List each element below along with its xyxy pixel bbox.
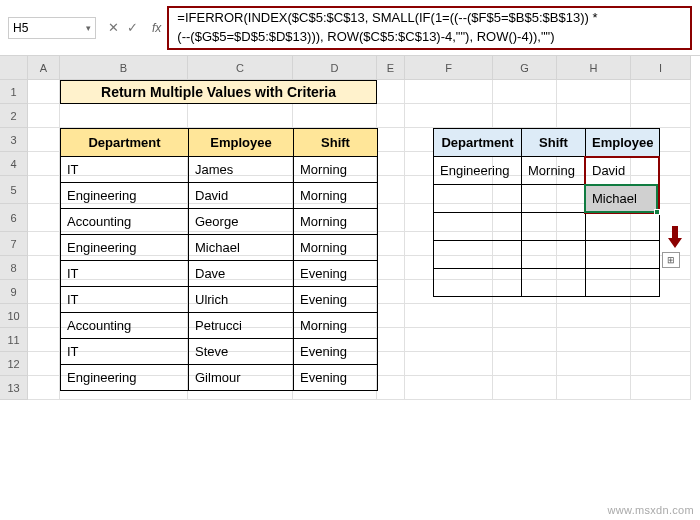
table2-cell[interactable]: Michael [586,185,660,213]
cell-A12[interactable] [28,352,60,376]
table1-cell[interactable]: Petrucci [189,313,294,339]
row-header-11[interactable]: 11 [0,328,28,352]
cell-F11[interactable] [405,328,493,352]
row-header-7[interactable]: 7 [0,232,28,256]
row-header-5[interactable]: 5 [0,176,28,204]
cell-E11[interactable] [377,328,405,352]
row-header-1[interactable]: 1 [0,80,28,104]
col-header-H[interactable]: H [557,56,631,80]
table1-cell[interactable]: Evening [294,339,378,365]
table2-cell[interactable]: David [586,157,660,185]
cell-G12[interactable] [493,352,557,376]
cell-E1[interactable] [377,80,405,104]
table1-cell[interactable]: George [189,209,294,235]
cell-A8[interactable] [28,256,60,280]
row-header-13[interactable]: 13 [0,376,28,400]
table1-cell[interactable]: Morning [294,313,378,339]
formula-bar[interactable]: =IFERROR(INDEX($C$5:$C$13, SMALL(IF(1=((… [167,6,692,50]
cell-I10[interactable] [631,304,691,328]
table1-cell[interactable]: Morning [294,209,378,235]
row-header-3[interactable]: 3 [0,128,28,152]
table1-cell[interactable]: Morning [294,235,378,261]
table1-cell[interactable]: Accounting [61,313,189,339]
col-header-I[interactable]: I [631,56,691,80]
table1-cell[interactable]: Dave [189,261,294,287]
cell-G2[interactable] [493,104,557,128]
table1-cell[interactable]: Ulrich [189,287,294,313]
table1-cell[interactable]: Engineering [61,183,189,209]
cell-A10[interactable] [28,304,60,328]
table2-cell[interactable]: Engineering [434,157,522,185]
cancel-icon[interactable]: ✕ [108,20,119,35]
cell-H10[interactable] [557,304,631,328]
row-header-6[interactable]: 6 [0,204,28,232]
cell-F13[interactable] [405,376,493,400]
cell-E5[interactable] [377,176,405,204]
col-header-A[interactable]: A [28,56,60,80]
table1-cell[interactable]: James [189,157,294,183]
cell-I11[interactable] [631,328,691,352]
cell-A5[interactable] [28,176,60,204]
table2-cell[interactable]: Morning [522,157,586,185]
cell-G10[interactable] [493,304,557,328]
table1-cell[interactable]: David [189,183,294,209]
cell-E6[interactable] [377,204,405,232]
table2-cell[interactable] [434,213,522,241]
table1-cell[interactable]: Accounting [61,209,189,235]
cell-A7[interactable] [28,232,60,256]
table1-cell[interactable]: Steve [189,339,294,365]
row-header-9[interactable]: 9 [0,280,28,304]
table1-cell[interactable]: Evening [294,261,378,287]
cell-G13[interactable] [493,376,557,400]
cell-H1[interactable] [557,80,631,104]
cell-I12[interactable] [631,352,691,376]
name-box[interactable]: H5 ▾ [8,17,96,39]
cell-A9[interactable] [28,280,60,304]
cell-G1[interactable] [493,80,557,104]
cell-I1[interactable] [631,80,691,104]
cell-H13[interactable] [557,376,631,400]
table1-cell[interactable]: Morning [294,183,378,209]
col-header-F[interactable]: F [405,56,493,80]
cell-H2[interactable] [557,104,631,128]
cell-A6[interactable] [28,204,60,232]
cell-F1[interactable] [405,80,493,104]
cell-F2[interactable] [405,104,493,128]
table1-cell[interactable]: IT [61,339,189,365]
cell-E9[interactable] [377,280,405,304]
autofill-options-button[interactable]: ⊞ [662,252,680,268]
table1-cell[interactable]: IT [61,261,189,287]
table2-cell[interactable] [434,241,522,269]
row-header-10[interactable]: 10 [0,304,28,328]
col-header-D[interactable]: D [293,56,377,80]
cell-A1[interactable] [28,80,60,104]
select-all-corner[interactable] [0,56,28,80]
cell-I2[interactable] [631,104,691,128]
table1-cell[interactable]: Evening [294,365,378,391]
cell-G11[interactable] [493,328,557,352]
table1-cell[interactable]: IT [61,287,189,313]
table1-cell[interactable]: Michael [189,235,294,261]
enter-icon[interactable]: ✓ [127,20,138,35]
col-header-C[interactable]: C [188,56,293,80]
cell-E8[interactable] [377,256,405,280]
cell-E2[interactable] [377,104,405,128]
cell-H12[interactable] [557,352,631,376]
table1-cell[interactable]: Engineering [61,365,189,391]
table2-cell[interactable] [434,185,522,213]
fx-icon[interactable]: fx [152,21,161,35]
col-header-E[interactable]: E [377,56,405,80]
table2-cell[interactable] [434,269,522,297]
cell-C2[interactable] [188,104,293,128]
table2-cell[interactable] [522,269,586,297]
cell-I13[interactable] [631,376,691,400]
cell-A3[interactable] [28,128,60,152]
cell-E3[interactable] [377,128,405,152]
table2-cell[interactable] [586,241,660,269]
col-header-G[interactable]: G [493,56,557,80]
table1-cell[interactable]: IT [61,157,189,183]
cell-H11[interactable] [557,328,631,352]
cell-D2[interactable] [293,104,377,128]
table1-cell[interactable]: Evening [294,287,378,313]
table2-cell[interactable] [522,185,586,213]
